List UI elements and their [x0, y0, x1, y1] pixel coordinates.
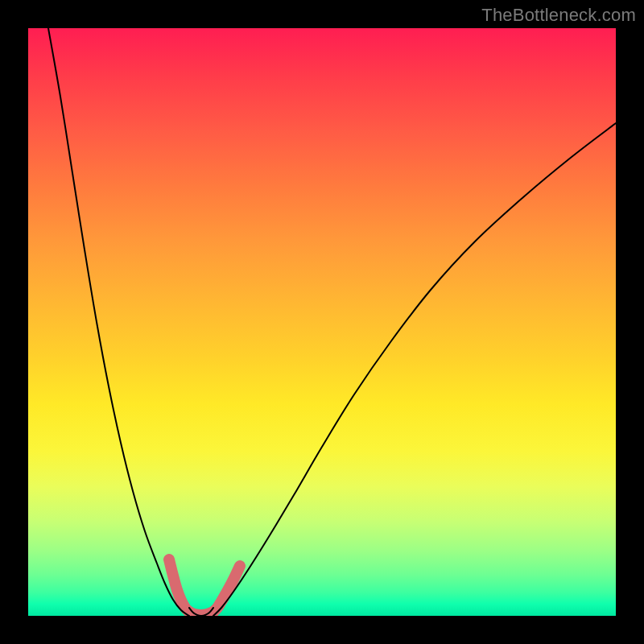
accent-highlight	[169, 559, 240, 615]
watermark-text: TheBottleneck.com	[481, 5, 636, 26]
bottleneck-curve	[48, 28, 616, 616]
chart-frame: TheBottleneck.com	[0, 0, 644, 644]
plot-area	[28, 28, 616, 616]
curve-layer	[28, 28, 616, 616]
